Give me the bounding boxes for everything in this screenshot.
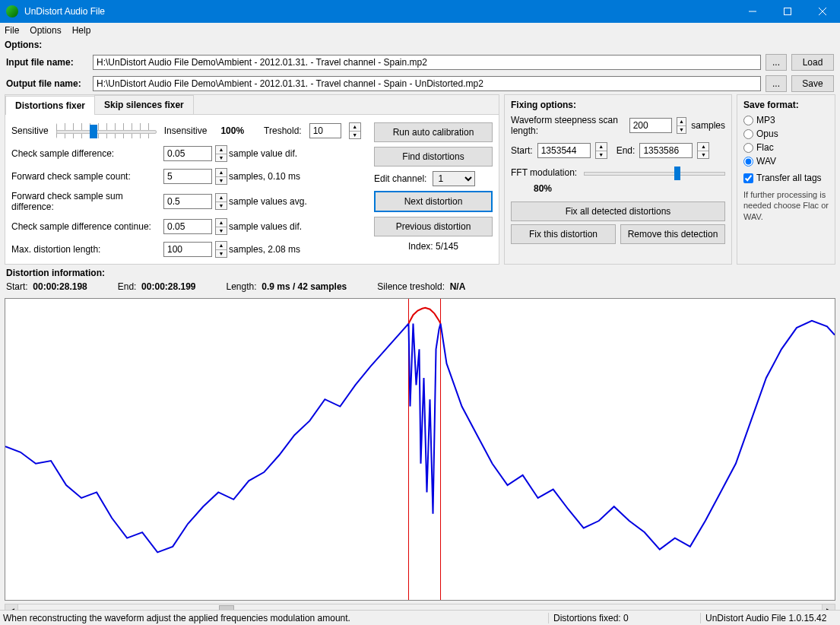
- fwd-sum-diff-label: Forward check sample sum difference:: [11, 191, 163, 212]
- edit-channel-select[interactable]: 1: [433, 171, 475, 186]
- fixing-options-title: Fixing options:: [511, 100, 725, 110]
- fix-all-button[interactable]: Fix all detected distortions: [511, 201, 725, 221]
- radio-mp3[interactable]: MP3: [743, 115, 829, 125]
- find-distortions-button[interactable]: Find distortions: [374, 147, 493, 167]
- output-file-label: Output file name:: [6, 78, 88, 89]
- close-button[interactable]: [805, 0, 840, 23]
- input-browse-button[interactable]: ...: [766, 54, 787, 71]
- load-button[interactable]: Load: [791, 54, 834, 71]
- app-icon: [6, 5, 18, 17]
- status-hint: When reconstructing the waveform adjust …: [3, 613, 548, 623]
- steepness-unit: samples: [691, 120, 725, 131]
- edit-channel-label: Edit channel:: [374, 173, 426, 184]
- save-format-title: Save format:: [743, 100, 829, 110]
- fwd-count-unit: samples, 0.10 ms: [229, 171, 350, 182]
- steepness-spinner[interactable]: ▲▼: [677, 117, 687, 134]
- start-field[interactable]: [537, 143, 591, 158]
- distortion-start: Start: 00:00:28.198: [6, 281, 87, 292]
- end-label: End:: [617, 145, 636, 156]
- check-sample-diff-cont-spinner[interactable]: ▲▼: [215, 218, 227, 235]
- check-sample-diff-spinner[interactable]: ▲▼: [215, 145, 227, 162]
- save-button[interactable]: Save: [791, 75, 834, 92]
- svg-rect-1: [785, 8, 791, 15]
- radio-wav[interactable]: WAV: [743, 156, 829, 167]
- distortion-info-title: Distortion information:: [6, 268, 834, 278]
- sensitivity-percent: 100%: [220, 125, 244, 136]
- fwd-count-spinner[interactable]: ▲▼: [215, 168, 227, 185]
- tab-skip-silences-fixer[interactable]: Skip silences fixer: [94, 95, 194, 114]
- check-sample-diff-cont-unit: sample values dif.: [229, 221, 350, 232]
- menu-options[interactable]: Options: [30, 25, 61, 36]
- check-sample-diff-unit: sample value dif.: [229, 148, 350, 159]
- max-distortion-len-unit: samples, 2.08 ms: [229, 244, 350, 255]
- distortion-length: Length: 0.9 ms / 42 samples: [227, 281, 347, 292]
- next-distortion-button[interactable]: Next distortion: [374, 191, 493, 212]
- end-spinner[interactable]: ▲▼: [697, 142, 709, 159]
- save-format-note: If further processing is needed choose F…: [743, 189, 829, 222]
- fix-this-button[interactable]: Fix this distortion: [511, 224, 616, 244]
- fwd-sum-diff-unit: sample values avg.: [229, 196, 350, 207]
- check-sample-diff-field[interactable]: [163, 146, 212, 161]
- output-file-field[interactable]: [93, 76, 761, 91]
- fwd-count-field[interactable]: [163, 169, 212, 184]
- fft-slider[interactable]: [584, 165, 725, 180]
- distortion-end: End: 00:00:28.199: [118, 281, 196, 292]
- steepness-label: Waveform steepness scan length:: [511, 115, 625, 136]
- treshold-label: Treshold:: [264, 125, 302, 136]
- minimize-button[interactable]: [735, 0, 770, 23]
- input-file-label: Input file name:: [6, 57, 88, 68]
- distortion-silence: Silence treshold: N/A: [377, 281, 465, 292]
- menu-file[interactable]: File: [5, 25, 19, 36]
- fft-label: FFT modulation:: [511, 167, 579, 178]
- window-title: UnDistort Audio File: [24, 6, 735, 17]
- menu-help[interactable]: Help: [72, 25, 91, 36]
- sensitive-label: Sensitive: [11, 125, 49, 136]
- fwd-sum-diff-spinner[interactable]: ▲▼: [215, 193, 227, 210]
- options-header: Options:: [0, 38, 840, 52]
- end-field[interactable]: [639, 143, 693, 158]
- start-spinner[interactable]: ▲▼: [595, 142, 607, 159]
- fft-percent: 80%: [534, 183, 552, 194]
- distortion-index: Index: 5/145: [374, 241, 493, 252]
- status-distortions-fixed: Distortions fixed: 0: [548, 613, 700, 623]
- fwd-sum-diff-field[interactable]: [163, 194, 212, 209]
- treshold-spinner[interactable]: ▲▼: [349, 122, 361, 139]
- checkbox-transfer-tags[interactable]: Transfer all tags: [743, 173, 829, 183]
- maximize-button[interactable]: [770, 0, 805, 23]
- start-label: Start:: [511, 145, 533, 156]
- check-sample-diff-cont-field[interactable]: [163, 219, 212, 234]
- check-sample-diff-label: Check sample difference:: [11, 148, 163, 159]
- max-distortion-len-field[interactable]: [163, 242, 212, 257]
- output-browse-button[interactable]: ...: [766, 75, 787, 92]
- previous-distortion-button[interactable]: Previous distortion: [374, 217, 493, 236]
- input-file-field[interactable]: [93, 55, 761, 70]
- fwd-count-label: Forward check sample count:: [11, 171, 163, 182]
- radio-opus[interactable]: Opus: [743, 128, 829, 139]
- tab-distortions-fixer[interactable]: Distortions fixer: [5, 96, 95, 115]
- max-distortion-len-label: Max. distortion length:: [11, 244, 163, 255]
- check-sample-diff-cont-label: Check sample difference continue:: [11, 221, 163, 232]
- treshold-field[interactable]: [309, 123, 341, 138]
- remove-detection-button[interactable]: Remove this detection: [620, 224, 725, 244]
- max-distortion-len-spinner[interactable]: ▲▼: [215, 241, 227, 258]
- status-version: UnDistort Audio File 1.0.15.42: [700, 613, 837, 623]
- sensitivity-slider[interactable]: [56, 123, 157, 138]
- steepness-field[interactable]: [629, 118, 672, 133]
- waveform-display[interactable]: [5, 298, 835, 601]
- run-auto-calibration-button[interactable]: Run auto calibration: [374, 122, 493, 142]
- insensitive-label: Insensitive: [164, 125, 208, 136]
- radio-flac[interactable]: Flac: [743, 142, 829, 153]
